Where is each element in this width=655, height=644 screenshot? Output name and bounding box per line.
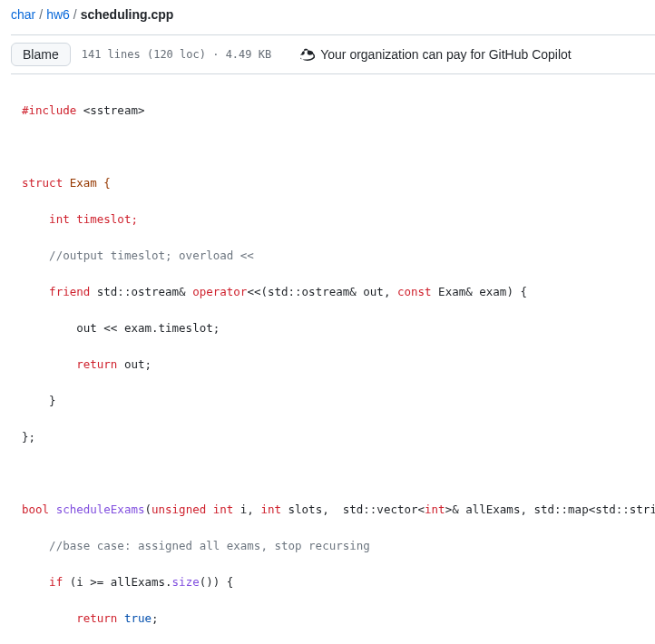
code-line: };	[22, 428, 655, 446]
breadcrumb: char/hw6/scheduling.cpp	[11, 0, 655, 29]
code-line: return out;	[22, 356, 655, 374]
code-line: friend std::ostream& operator<<(std::ost…	[22, 283, 655, 301]
breadcrumb-link-2[interactable]: hw6	[46, 7, 70, 22]
code-line: out << exam.timeslot;	[22, 319, 655, 337]
file-info: 141 lines (120 loc) · 4.49 KB	[82, 48, 272, 61]
code-line: struct Exam {	[22, 174, 655, 192]
code-line: bool scheduleExams(unsigned int i, int s…	[22, 501, 655, 519]
copilot-promo[interactable]: Your organization can pay for GitHub Cop…	[300, 47, 572, 62]
code-line: //output timeslot; overload <<	[22, 247, 655, 265]
copilot-icon	[300, 47, 315, 62]
blame-button[interactable]: Blame	[11, 43, 71, 66]
breadcrumb-sep: /	[73, 7, 77, 22]
breadcrumb-link-1[interactable]: char	[11, 7, 35, 22]
code-line: }	[22, 392, 655, 410]
breadcrumb-sep: /	[39, 7, 43, 22]
code-line	[22, 464, 655, 483]
breadcrumb-current: scheduling.cpp	[81, 7, 174, 22]
code-line: int timeslot;	[22, 210, 655, 229]
file-toolbar: Blame 141 lines (120 loc) · 4.49 KB Your…	[11, 34, 655, 74]
code-line: #include <sstream>	[22, 102, 655, 120]
copilot-text: Your organization can pay for GitHub Cop…	[320, 47, 572, 62]
code-line: if (i >= allExams.size()) {	[22, 573, 655, 591]
code-line: return true;	[22, 610, 655, 628]
code-line: //base case: assigned all exams, stop re…	[22, 537, 655, 555]
code-view: #include <sstream> struct Exam { int tim…	[11, 74, 655, 644]
code-line	[22, 138, 655, 156]
